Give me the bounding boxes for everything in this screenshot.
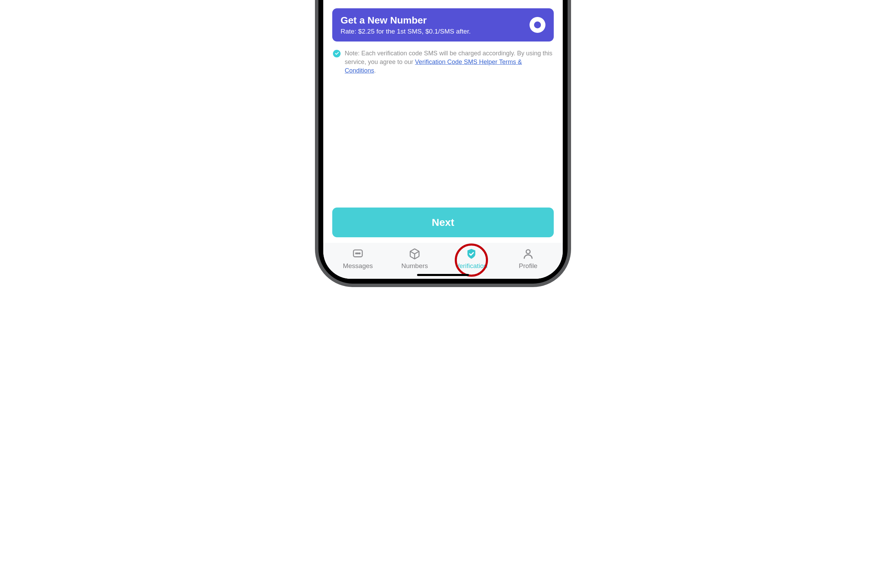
- svg-point-2: [358, 253, 358, 254]
- svg-point-5: [526, 250, 530, 254]
- radio-selected-icon: [529, 17, 545, 33]
- banner-subtitle: Rate: $2.25 for the 1st SMS, $0.1/SMS af…: [341, 28, 471, 35]
- next-button-wrap: Next: [323, 207, 563, 243]
- tab-profile-label: Profile: [519, 262, 537, 270]
- tab-numbers[interactable]: Numbers: [394, 248, 435, 270]
- note-row: Note: Each verification code SMS will be…: [332, 49, 554, 75]
- tab-bar: Messages Numbers Verification: [323, 243, 563, 279]
- note-suffix: .: [374, 67, 376, 74]
- note-text: Note: Each verification code SMS will be…: [345, 49, 553, 75]
- check-icon: [333, 50, 341, 57]
- banner-title: Get a New Number: [341, 15, 471, 26]
- bottom-bar: Next Messages Numbers: [323, 207, 563, 279]
- tab-messages-label: Messages: [343, 262, 373, 270]
- tab-numbers-label: Numbers: [401, 262, 428, 270]
- phone-inner: Get a New Number Rate: $2.25 for the 1st…: [323, 0, 563, 279]
- home-indicator[interactable]: [417, 274, 469, 276]
- cube-icon: [408, 248, 421, 260]
- messages-icon: [352, 248, 364, 260]
- tab-verification[interactable]: Verification: [451, 248, 492, 270]
- top-spacer: [332, 0, 554, 8]
- shield-check-icon: [465, 248, 478, 260]
- svg-point-1: [356, 253, 357, 254]
- next-button[interactable]: Next: [332, 207, 554, 237]
- svg-point-3: [359, 253, 360, 254]
- tab-messages[interactable]: Messages: [337, 248, 379, 270]
- phone-frame: Get a New Number Rate: $2.25 for the 1st…: [315, 0, 571, 287]
- tab-verification-label: Verification: [456, 262, 487, 270]
- banner-text: Get a New Number Rate: $2.25 for the 1st…: [341, 15, 471, 35]
- tab-profile[interactable]: Profile: [507, 248, 549, 270]
- get-new-number-banner[interactable]: Get a New Number Rate: $2.25 for the 1st…: [332, 8, 554, 42]
- radio-dot: [534, 21, 541, 28]
- profile-icon: [522, 248, 534, 260]
- screen: Get a New Number Rate: $2.25 for the 1st…: [323, 0, 563, 279]
